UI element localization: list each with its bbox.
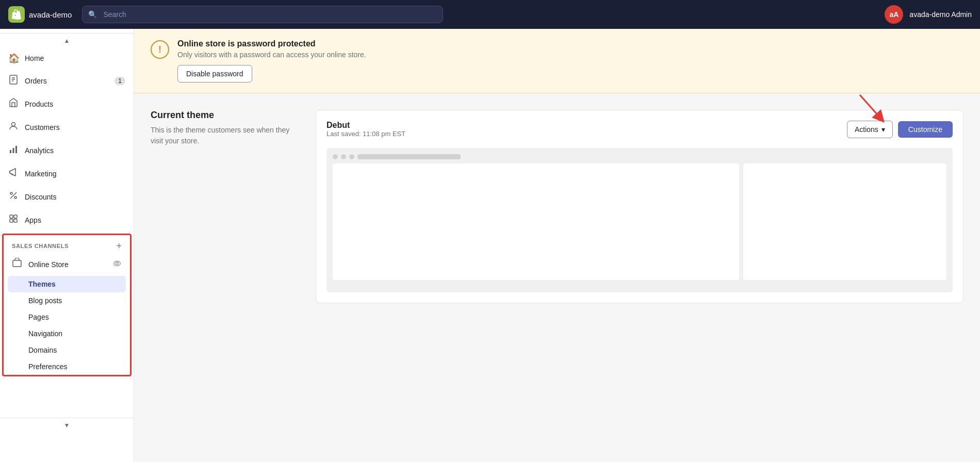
svg-rect-14 — [14, 219, 17, 222]
sidebar-item-products-label: Products — [25, 100, 53, 108]
banner-description: Only visitors with a password can access… — [177, 51, 963, 59]
disable-password-button[interactable]: Disable password — [177, 65, 252, 82]
store-name-label: avada-demo — [29, 10, 72, 19]
actions-label: Actions — [855, 125, 878, 134]
sidebar-item-customers[interactable]: Customers — [0, 116, 134, 139]
eye-icon[interactable] — [112, 259, 122, 270]
preview-header — [333, 154, 946, 159]
sidebar-item-customers-label: Customers — [25, 123, 60, 131]
svg-line-10 — [10, 192, 17, 199]
chevron-down-icon: ▾ — [881, 125, 885, 134]
sidebar-item-orders-label: Orders — [25, 77, 47, 85]
top-navigation: avada-demo 🔍 aA avada-demo Admin — [0, 0, 980, 29]
current-theme-description: This is the theme customers see when the… — [151, 125, 299, 146]
svg-point-4 — [12, 123, 15, 126]
sidebar-item-marketing-label: Marketing — [25, 170, 56, 178]
theme-preview — [326, 148, 953, 292]
red-arrow — [850, 92, 891, 123]
svg-point-17 — [116, 262, 119, 265]
svg-point-16 — [114, 261, 121, 266]
warning-icon: ! — [151, 40, 169, 59]
themes-section: Current theme This is the theme customer… — [134, 93, 980, 320]
actions-button[interactable]: Actions ▾ — [847, 121, 893, 138]
sidebar-item-apps[interactable]: Apps — [0, 208, 134, 232]
sidebar-subitem-pages[interactable]: Pages — [4, 309, 130, 325]
last-saved: Last saved: 11:08 pm EST — [326, 130, 405, 138]
admin-name: avada-demo Admin — [909, 10, 972, 19]
customers-icon — [8, 121, 19, 134]
sidebar-item-analytics-label: Analytics — [25, 146, 54, 155]
sidebar: ▲ 🏠 Home Orders 1 — [0, 29, 134, 462]
apps-icon — [8, 213, 19, 226]
avatar[interactable]: aA — [885, 5, 903, 24]
content-area: ! Online store is password protected Onl… — [134, 29, 980, 462]
svg-point-8 — [10, 192, 12, 194]
analytics-icon — [8, 144, 19, 157]
preview-main-area — [333, 163, 739, 280]
svg-rect-5 — [10, 150, 11, 153]
orders-badge: 1 — [115, 77, 125, 85]
banner-content: Online store is password protected Only … — [177, 39, 963, 82]
customize-button[interactable]: Customize — [898, 121, 953, 138]
preview-body — [333, 163, 946, 280]
banner-title: Online store is password protected — [177, 39, 963, 48]
theme-name-group: Debut Last saved: 11:08 pm EST — [326, 121, 405, 146]
nav-right: aA avada-demo Admin — [885, 5, 972, 24]
svg-rect-6 — [13, 148, 14, 153]
marketing-icon — [8, 167, 19, 180]
preview-dot-1 — [333, 154, 338, 159]
sidebar-item-products[interactable]: Products — [0, 92, 134, 116]
sales-channels-label: SALES CHANNELS — [12, 243, 69, 249]
scroll-down-button[interactable]: ▼ — [0, 418, 134, 432]
sidebar-item-discounts[interactable]: Discounts — [0, 185, 134, 208]
preview-sidebar-area — [743, 163, 946, 280]
svg-rect-13 — [10, 219, 13, 222]
preview-dot-2 — [341, 154, 346, 159]
online-store-icon — [12, 258, 22, 271]
store-branding[interactable]: avada-demo — [8, 6, 72, 23]
products-icon — [8, 97, 19, 110]
orders-icon — [8, 74, 19, 87]
svg-rect-12 — [14, 215, 17, 218]
current-theme-title: Current theme — [151, 110, 299, 121]
svg-point-9 — [14, 196, 17, 199]
sidebar-scroll: ▲ 🏠 Home Orders 1 — [0, 29, 134, 462]
discounts-icon — [8, 190, 19, 203]
sidebar-item-home-label: Home — [25, 54, 44, 62]
sidebar-item-orders[interactable]: Orders 1 — [0, 69, 134, 92]
sidebar-subitem-themes[interactable]: Themes — [8, 276, 126, 292]
sidebar-item-online-store[interactable]: Online Store — [4, 253, 130, 276]
theme-card: Debut Last saved: 11:08 pm EST — [316, 110, 963, 303]
search-input[interactable] — [82, 6, 443, 23]
main-layout: ▲ 🏠 Home Orders 1 — [0, 29, 980, 462]
theme-name: Debut — [326, 121, 405, 130]
sidebar-subitem-blog-posts[interactable]: Blog posts — [4, 292, 130, 309]
sidebar-item-apps-label: Apps — [25, 216, 41, 224]
sidebar-subitem-navigation[interactable]: Navigation — [4, 325, 130, 342]
preview-address-bar — [357, 154, 461, 159]
sidebar-item-marketing[interactable]: Marketing — [0, 162, 134, 185]
password-banner: ! Online store is password protected Onl… — [134, 29, 980, 93]
preview-dot-3 — [349, 154, 354, 159]
search-icon: 🔍 — [88, 10, 97, 19]
theme-actions: Actions ▾ Customize — [847, 121, 953, 138]
sales-channels-header: SALES CHANNELS + — [4, 235, 130, 253]
svg-rect-7 — [15, 146, 17, 153]
sidebar-item-analytics[interactable]: Analytics — [0, 139, 134, 162]
sidebar-subitem-preferences[interactable]: Preferences — [4, 358, 130, 375]
svg-rect-15 — [13, 260, 21, 267]
home-icon: 🏠 — [8, 53, 19, 64]
theme-card-header: Debut Last saved: 11:08 pm EST — [326, 121, 953, 146]
sales-channels-section: SALES CHANNELS + Online Store — [2, 234, 132, 376]
sidebar-item-home[interactable]: 🏠 Home — [0, 47, 134, 69]
online-store-label: Online Store — [28, 260, 69, 269]
sidebar-subitem-domains[interactable]: Domains — [4, 342, 130, 358]
scroll-up-button[interactable]: ▲ — [0, 33, 134, 47]
add-channel-button[interactable]: + — [116, 241, 122, 251]
search-container: 🔍 — [82, 6, 443, 23]
svg-rect-11 — [10, 215, 13, 218]
shopify-logo — [8, 6, 25, 23]
sidebar-item-discounts-label: Discounts — [25, 193, 56, 201]
current-theme-info: Current theme This is the theme customer… — [151, 110, 316, 303]
